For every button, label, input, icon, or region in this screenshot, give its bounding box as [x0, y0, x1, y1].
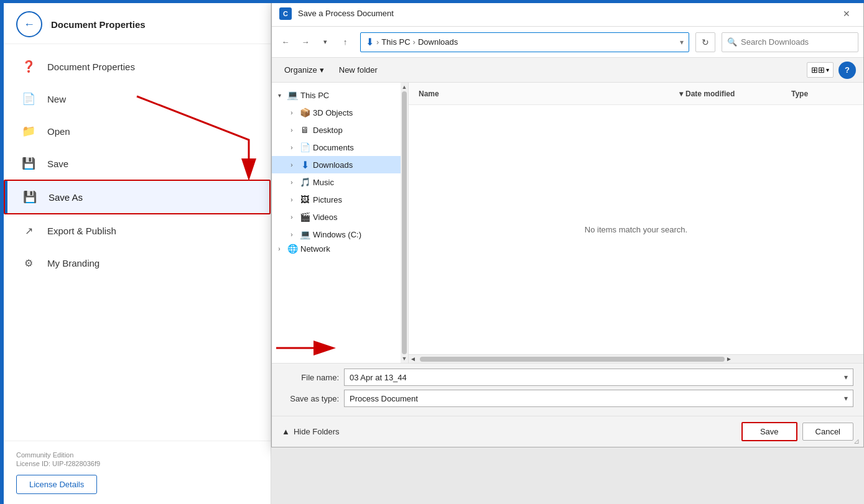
this-pc-icon: 💻 — [287, 89, 298, 101]
forward-nav-button[interactable]: → — [297, 34, 314, 51]
tree-item-this-pc[interactable]: ▾ 💻 This PC — [272, 86, 408, 104]
windows-c-label: Windows (C:) — [313, 230, 361, 239]
pictures-label: Pictures — [313, 195, 342, 204]
resize-handle[interactable]: ⊿ — [853, 437, 862, 446]
save-button[interactable]: Save — [741, 422, 797, 441]
new-folder-button[interactable]: New folder — [334, 63, 383, 77]
expand-downloads[interactable]: › — [287, 160, 297, 170]
expand-documents[interactable]: › — [287, 142, 297, 152]
expand-pictures[interactable]: › — [287, 195, 297, 204]
tree-item-desktop[interactable]: › 🖥 Desktop — [272, 121, 408, 139]
refresh-button[interactable]: ↻ — [695, 32, 715, 52]
hide-folders-button[interactable]: ▲ Hide Folders — [282, 427, 340, 436]
tree-item-documents[interactable]: › 📄 Documents — [272, 139, 408, 156]
col-date-modified[interactable]: ▾ Date modified — [679, 89, 791, 98]
expand-this-pc[interactable]: ▾ — [274, 90, 284, 100]
documents-label: Documents — [313, 143, 354, 152]
folder-icon: 📁 — [21, 124, 36, 139]
edition-label: Community Edition — [16, 451, 258, 459]
sidebar-nav: ❓ Document Properties 📄 New 📁 Open 💾 Sav… — [4, 44, 271, 441]
dialog-close-button[interactable]: ✕ — [837, 4, 856, 23]
nav-item-document-properties[interactable]: ❓ Document Properties — [4, 50, 271, 83]
savetype-value: Process Document — [350, 394, 418, 403]
tree-item-3d-objects[interactable]: › 📦 3D Objects — [272, 104, 408, 121]
videos-label: Videos — [313, 213, 338, 222]
view-icon: ⊞⊞ — [811, 65, 825, 75]
sidebar: ← Document Properties ❓ Document Propert… — [4, 0, 271, 504]
dialog-form: File name: 03 Apr at 13_44 ▾ Save as typ… — [272, 363, 863, 416]
tree-scroll-down[interactable]: ▼ — [402, 355, 407, 362]
dialog-toolbar: Organize ▾ New folder ⊞⊞ ▾ ? — [272, 58, 863, 83]
save-dialog: C Save a Process Document ✕ ← → ▾ ↑ ⬇ › … — [271, 0, 864, 447]
dialog-app-icon: C — [279, 7, 292, 20]
tree-item-downloads[interactable]: › ⬇ Downloads — [272, 156, 408, 173]
tree-scroll-up[interactable]: ▲ — [402, 84, 407, 90]
filename-row: File name: 03 Apr at 13_44 ▾ — [282, 369, 853, 386]
expand-3d-objects[interactable]: › — [287, 108, 297, 117]
col-name: Name — [419, 89, 679, 98]
desktop-label: Desktop — [313, 126, 343, 135]
nav-item-open[interactable]: 📁 Open — [4, 115, 271, 147]
documents-icon: 📄 — [299, 142, 310, 153]
hscroll-left-arrow[interactable]: ◄ — [409, 355, 417, 364]
expand-windows-c[interactable]: › — [287, 229, 297, 239]
back-nav-button[interactable]: ← — [277, 34, 294, 51]
file-panel: Name ▾ Date modified Type No items match… — [409, 83, 863, 363]
filename-input[interactable]: 03 Apr at 13_44 ▾ — [344, 369, 853, 386]
hide-folders-chevron: ▲ — [282, 427, 290, 436]
sidebar-title: Document Properties — [51, 19, 146, 30]
tree-item-network[interactable]: › 🌐 Network — [272, 243, 408, 254]
hscroll-right-arrow[interactable]: ► — [725, 355, 733, 364]
nav-item-export-publish[interactable]: ↗ Export & Publish — [4, 214, 271, 247]
path-downloads: Downloads — [418, 37, 458, 47]
export-icon: ↗ — [21, 223, 36, 238]
cancel-button[interactable]: Cancel — [802, 423, 853, 441]
organize-chevron: ▾ — [320, 65, 324, 75]
tree-item-windows-c[interactable]: › 💻 Windows (C:) — [272, 226, 408, 243]
expand-network[interactable]: › — [274, 244, 284, 254]
expand-music[interactable]: › — [287, 177, 297, 187]
expand-desktop[interactable]: › — [287, 125, 297, 135]
filename-value: 03 Apr at 13_44 — [350, 373, 407, 382]
tree-item-music[interactable]: › 🎵 Music — [272, 173, 408, 191]
horizontal-scrollbar[interactable]: ◄ ► — [409, 354, 863, 363]
view-button[interactable]: ⊞⊞ ▾ — [807, 62, 834, 78]
tree-item-pictures[interactable]: › 🖼 Pictures — [272, 191, 408, 208]
nav-item-my-branding[interactable]: ⚙ My Branding — [4, 247, 271, 279]
hide-folders-label: Hide Folders — [294, 427, 340, 436]
path-chevron: ▾ — [680, 38, 684, 47]
windows-c-icon: 💻 — [299, 229, 310, 240]
filename-label: File name: — [282, 373, 344, 382]
this-pc-label: This PC — [300, 91, 329, 100]
hscroll-thumb[interactable] — [420, 357, 725, 362]
savetype-select[interactable]: Process Document ▾ — [344, 390, 853, 407]
organize-button[interactable]: Organize ▾ — [279, 63, 329, 77]
search-input[interactable] — [741, 37, 847, 47]
up-button[interactable]: ↑ — [337, 34, 354, 51]
help-button[interactable]: ? — [838, 62, 856, 79]
3d-objects-label: 3D Objects — [313, 108, 353, 117]
path-separator-2: › — [413, 37, 416, 47]
license-details-button[interactable]: License Details — [16, 475, 97, 494]
question-icon: ❓ — [21, 59, 36, 74]
dialog-bottombar: ▲ Hide Folders Save Cancel — [272, 416, 863, 447]
expand-videos[interactable]: › — [287, 212, 297, 222]
save-icon: 💾 — [21, 156, 36, 171]
new-folder-label: New folder — [339, 65, 378, 75]
page-top-bar — [0, 0, 864, 3]
back-button[interactable]: ← — [16, 11, 42, 37]
tree-item-videos[interactable]: › 🎬 Videos — [272, 208, 408, 226]
nav-item-save[interactable]: 💾 Save — [4, 147, 271, 180]
3d-objects-icon: 📦 — [299, 107, 310, 118]
network-label: Network — [300, 244, 330, 254]
path-this-pc: This PC — [381, 37, 410, 47]
search-box[interactable]: 🔍 — [722, 32, 858, 52]
downloads-icon: ⬇ — [366, 36, 374, 48]
nav-item-save-as[interactable]: 💾 Save As — [4, 180, 271, 214]
search-icon: 🔍 — [727, 37, 737, 47]
recent-locations-button[interactable]: ▾ — [317, 34, 334, 51]
tree-scrollbar[interactable] — [402, 91, 407, 354]
nav-item-new[interactable]: 📄 New — [4, 83, 271, 115]
file-empty-message: No items match your search. — [409, 105, 863, 354]
address-path[interactable]: ⬇ › This PC › Downloads ▾ — [360, 32, 689, 52]
